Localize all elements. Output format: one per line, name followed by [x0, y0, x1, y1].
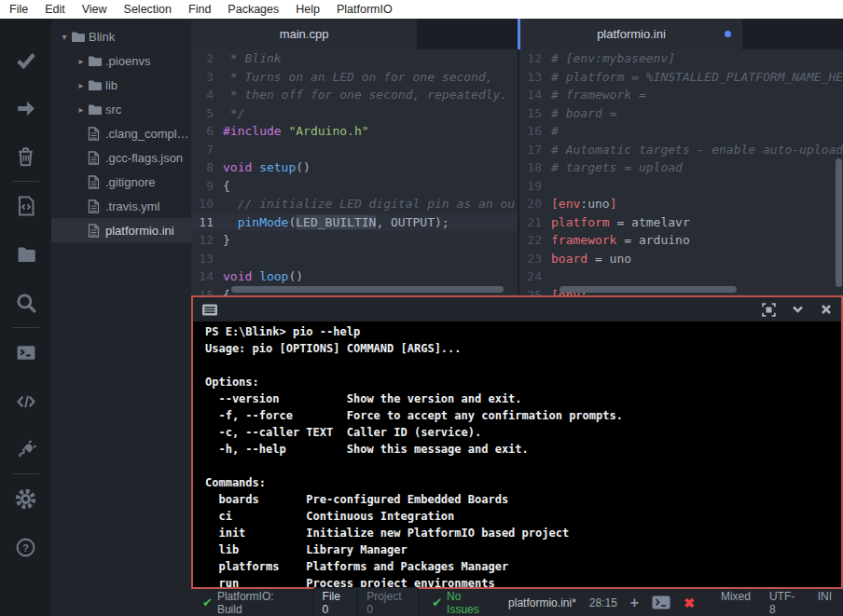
- tab-main-cpp[interactable]: main.cpp: [191, 19, 417, 49]
- code-text: board = uno: [551, 250, 631, 268]
- platformio-toolbar: ?: [0, 19, 51, 616]
- code-line-15[interactable]: 15# board =: [519, 104, 843, 123]
- tree-item-platformio-ini[interactable]: platformio.ini: [51, 218, 191, 242]
- init-project-button[interactable]: [0, 182, 51, 230]
- build-button[interactable]: [0, 35, 51, 84]
- file-counter-button[interactable]: File 0: [313, 587, 359, 616]
- code-line-14[interactable]: 14# framework =: [519, 86, 843, 104]
- terminal-output[interactable]: PS E:\Blink> pio --help Usage: pio [OPTI…: [193, 322, 841, 587]
- tree-item--gcc-flags-json[interactable]: .gcc-flags.json: [51, 145, 191, 170]
- menu-file[interactable]: File: [1, 0, 36, 19]
- tree-item-src[interactable]: ▸src: [51, 97, 191, 121]
- new-terminal-button[interactable]: +: [630, 595, 639, 611]
- code-line-4[interactable]: 4 * then off for one second, repeatedly.: [191, 86, 518, 104]
- code-line-22[interactable]: 22framework = arduino: [519, 231, 843, 250]
- line-number: 13: [191, 250, 223, 268]
- upload-button[interactable]: [0, 84, 51, 132]
- open-project-button[interactable]: [0, 230, 51, 279]
- horizontal-scrollbar[interactable]: [231, 286, 504, 293]
- tree-item-label: Blink: [89, 30, 115, 44]
- code-text: }: [223, 231, 230, 250]
- close-terminals-button[interactable]: ✖: [684, 595, 695, 610]
- tree-item--travis-yml[interactable]: .travis.yml: [51, 194, 191, 218]
- menu-help[interactable]: Help: [287, 0, 328, 19]
- line-number: 12: [191, 231, 223, 250]
- line-number: 15: [191, 286, 223, 296]
- code-line-10[interactable]: 10 // initialize LED digital pin as an o…: [191, 195, 518, 213]
- code-tags-button[interactable]: [0, 376, 51, 425]
- code-line-11[interactable]: 11 pinMode(LED_BUILTIN, OUTPUT);: [191, 213, 518, 232]
- code-line-16[interactable]: 16#: [519, 122, 843, 141]
- check-icon: ✔: [202, 595, 213, 609]
- tree-item-label: .clang_complete: [105, 127, 191, 141]
- menu-find[interactable]: Find: [180, 0, 219, 19]
- code-text: */: [223, 104, 244, 123]
- code-line-14[interactable]: 14void loop(): [191, 267, 518, 286]
- menu-edit[interactable]: Edit: [36, 0, 74, 19]
- menu-packages[interactable]: Packages: [219, 0, 287, 19]
- terminal-status-button[interactable]: [652, 595, 670, 609]
- code-line-12[interactable]: 12}: [191, 231, 518, 250]
- code-line-6[interactable]: 6#include "Arduino.h": [191, 122, 518, 141]
- encoding-selector[interactable]: UTF-8: [769, 590, 799, 616]
- terminal-maximize-button[interactable]: [762, 303, 776, 317]
- file-icon: [88, 175, 105, 189]
- code-tags-icon: [15, 390, 37, 412]
- build-status[interactable]: ✔ PlatformIO: Build: [202, 590, 300, 616]
- clean-button[interactable]: [0, 132, 51, 181]
- code-text: # platform = %INSTALLED_PLATFORM_NAME_HE: [551, 68, 843, 87]
- menu-selection[interactable]: Selection: [116, 0, 180, 19]
- code-line-13[interactable]: 13# platform = %INSTALLED_PLATFORM_NAME_…: [519, 68, 843, 87]
- project-counter-button[interactable]: Project 0: [358, 587, 419, 616]
- tree-item-blink[interactable]: ▾Blink: [51, 24, 191, 48]
- line-number: 25: [519, 286, 551, 296]
- line-ending-selector[interactable]: Mixed: [721, 590, 751, 616]
- editor-platformio-ini[interactable]: 12# [env:mybaseenv]13# platform = %INSTA…: [519, 49, 843, 295]
- editor-main-cpp[interactable]: 2 * Blink3 * Turns on an LED on for one …: [191, 49, 518, 295]
- code-line-19[interactable]: 19: [519, 177, 843, 196]
- vertical-scrollbar[interactable]: [836, 158, 842, 287]
- code-line-2[interactable]: 2 * Blink: [191, 49, 518, 68]
- code-line-3[interactable]: 3 * Turns on an LED on for one second,: [191, 68, 518, 87]
- menu-view[interactable]: View: [74, 0, 116, 19]
- cursor-position[interactable]: 28:15: [589, 596, 617, 609]
- tree-item--gitignore[interactable]: .gitignore: [51, 170, 191, 194]
- tree-item--pioenvs[interactable]: ▸.pioenvs: [51, 48, 191, 73]
- code-line-21[interactable]: 21platform = atmelavr: [519, 213, 843, 232]
- line-number: 14: [191, 267, 223, 286]
- help-button[interactable]: ?: [0, 523, 51, 571]
- tab-label: platformio.ini: [597, 27, 666, 41]
- terminal-panel: PS E:\Blink> pio --help Usage: pio [OPTI…: [191, 295, 843, 589]
- tree-item-lib[interactable]: ▸lib: [51, 73, 191, 97]
- tab-bars: main.cpp platformio.ini: [191, 19, 843, 49]
- code-line-8[interactable]: 8void setup(): [191, 158, 518, 177]
- code-text: # board =: [551, 104, 616, 123]
- library-manager-button[interactable]: [0, 425, 51, 473]
- code-line-20[interactable]: 20[env:uno]: [519, 195, 843, 213]
- code-line-23[interactable]: 23board = uno: [519, 250, 843, 268]
- issues-status[interactable]: ✔ No Issues: [432, 590, 495, 616]
- terminal-close-button[interactable]: [820, 303, 833, 316]
- line-number: 23: [519, 250, 551, 268]
- editor-panes: 2 * Blink3 * Turns on an LED on for one …: [191, 49, 843, 295]
- tab-platformio-ini[interactable]: platformio.ini: [520, 19, 742, 49]
- settings-button[interactable]: [0, 474, 51, 523]
- find-button[interactable]: [0, 279, 51, 327]
- code-line-18[interactable]: 18# targets = upload: [519, 158, 843, 177]
- grammar-selector[interactable]: INI: [818, 590, 832, 616]
- terminal-collapse-button[interactable]: [791, 303, 805, 316]
- tree-item--clang-complete[interactable]: .clang_complete: [51, 121, 191, 145]
- code-text: # [env:mybaseenv]: [551, 49, 675, 68]
- code-line-17[interactable]: 17# Automatic targets - enable auto-uplo…: [519, 141, 843, 159]
- statusbar-right: Mixed UTF-8 INI: [721, 590, 832, 616]
- code-line-7[interactable]: 7: [191, 141, 518, 159]
- code-line-5[interactable]: 5 */: [191, 104, 518, 123]
- menu-platformio[interactable]: PlatformIO: [328, 0, 401, 19]
- code-line-12[interactable]: 12# [env:mybaseenv]: [519, 49, 843, 68]
- terminal-button[interactable]: [0, 328, 51, 376]
- code-line-24[interactable]: 24: [519, 267, 843, 286]
- folder-icon: [71, 31, 89, 43]
- code-line-9[interactable]: 9{: [191, 177, 518, 196]
- code-line-13[interactable]: 13: [191, 250, 518, 268]
- horizontal-scrollbar[interactable]: [560, 286, 737, 293]
